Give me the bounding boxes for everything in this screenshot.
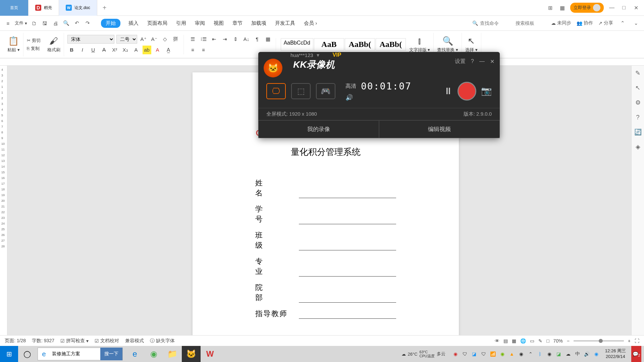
format-painter-label[interactable]: 格式刷 [47,47,60,53]
zoom-level[interactable]: 70% [553,338,563,344]
add-tab-button[interactable]: + [97,4,112,12]
font-select[interactable]: 宋体 [67,35,114,44]
italic-icon[interactable]: I [78,46,87,54]
taskbar-clock[interactable]: 12:26 周三 2022/9/14 [605,348,626,360]
tray-volume-icon[interactable]: 🔊 [584,351,590,357]
tab-document[interactable]: W论文.doc [59,0,97,16]
menu-start[interactable]: 开始 [101,19,120,28]
kk-mode-screen[interactable]: 🖵 [266,83,286,99]
cursor-icon[interactable]: ↖ [634,84,642,92]
file-menu[interactable]: 文件 ▾ [15,20,27,26]
spellcheck-toggle[interactable]: ☑ 拼写检查 ▾ [60,338,89,344]
decrease-font-icon[interactable]: A⁻ [150,35,159,44]
format-painter-icon[interactable]: 🖌 [49,36,58,46]
translate-icon[interactable]: 🔄 [634,128,642,136]
kk-help-icon[interactable]: ? [471,58,474,64]
tray-bluetooth-icon[interactable]: ᛒ [537,351,543,357]
sort-icon[interactable]: A↓ [242,35,251,44]
sync-status[interactable]: ☁ 未同步 [551,20,571,26]
menu-references[interactable]: 引用 [175,19,187,28]
missing-font[interactable]: ⓘ 缺失字体 [150,338,175,344]
increase-font-icon[interactable]: A⁺ [139,35,148,44]
weather-widget[interactable]: ☁ 26°C 63°CCPU温度 多云 [401,350,445,358]
apps-icon[interactable]: ▦ [558,4,566,12]
style-normal[interactable]: AaBbCcDd [281,38,313,51]
tray-app5-icon[interactable]: ▲ [508,351,515,357]
view-print-icon[interactable]: ▤ [503,338,508,344]
kk-pause-button[interactable]: ⏸ [443,85,453,97]
tray-app4-icon[interactable]: 🛡 [480,351,487,357]
template-search[interactable] [516,20,546,26]
tray-app3-icon[interactable]: ◪ [471,351,478,357]
menu-layout[interactable]: 页面布局 [147,19,168,28]
view-read-icon[interactable]: ▭ [530,338,534,344]
view-web-icon[interactable]: 🌐 [520,338,526,344]
kk-settings-button[interactable]: 设置 [455,58,466,65]
zoom-in-icon[interactable]: + [628,338,631,344]
menu-insert[interactable]: 插入 [128,19,139,28]
fullscreen-icon[interactable]: ⛶ [635,338,639,344]
layout-icon[interactable]: ⊞ [546,4,554,12]
pinyin-icon[interactable]: 拼 [171,35,180,44]
underline-icon[interactable]: U [89,46,98,54]
tray-nvidia-icon[interactable]: ◉ [499,351,506,357]
menu-member[interactable]: 会员 › [303,19,318,28]
template-search-input[interactable] [516,20,546,26]
compat-mode[interactable]: 兼容模式 [125,338,144,344]
collapse-up-icon[interactable]: ⌃ [619,19,627,27]
menu-developer[interactable]: 开发工具 [274,19,296,28]
bullets-icon[interactable]: ☰ [189,35,197,44]
proofread-button[interactable]: ☑ 文档校对 [95,338,119,344]
style-h1[interactable]: AaB [314,38,344,51]
size-select[interactable]: 二号 [116,35,137,44]
maximize-button[interactable]: □ [620,4,628,12]
kk-recorder-window[interactable]: 🐱 hua***123 ▾ VIP KK录像机 设置 ? — ✕ 🖵 ⬚ 🎮 高… [258,52,500,138]
zoom-slider[interactable] [574,340,624,342]
eye-icon[interactable]: 👁 [495,338,499,344]
kk-header[interactable]: 🐱 hua***123 ▾ VIP KK录像机 设置 ? — ✕ [258,52,500,71]
linespace-icon[interactable]: ⇕ [231,35,240,44]
menu-sections[interactable]: 章节 [232,19,243,28]
kk-dropdown-icon[interactable]: ▾ [317,52,319,58]
wps-icon[interactable]: W [201,346,219,362]
cortana-icon[interactable]: ◯ [18,346,36,362]
copy-button[interactable]: ⎘ 复制 [27,46,41,52]
menu-view[interactable]: 视图 [213,19,224,28]
kk-sound-icon[interactable]: 🔊 [345,94,412,101]
tray-expand-icon[interactable]: ⌃ [527,351,534,357]
login-button[interactable]: 立即登录 [570,3,604,13]
redo-icon[interactable]: ↷ [84,19,92,27]
tray-ime-icon[interactable]: 中 [574,351,581,357]
style-h2[interactable]: AaBb( [345,38,375,51]
tray-app9-icon[interactable]: ◉ [593,351,600,357]
kk-record-button[interactable] [458,82,476,101]
browser360-icon[interactable]: ◉ [144,346,163,362]
ink-icon[interactable]: ✎ [538,338,542,344]
edge-icon[interactable]: e [125,346,144,362]
view-outline-icon[interactable]: ▦ [512,338,516,344]
zoom-fit-icon[interactable]: □ [546,338,549,344]
taskbar-search[interactable]: e 搜一下 [38,348,123,360]
align-center-icon[interactable]: ≡ [199,46,208,54]
print-icon[interactable]: 🖨 [51,19,59,27]
menu-icon[interactable]: ≡ [4,19,12,27]
text-effect-icon[interactable]: A [132,46,141,54]
pen-icon[interactable]: ✎ [634,69,642,77]
close-button[interactable]: ✕ [632,4,640,12]
highlight-icon[interactable]: ab [143,46,151,54]
superscript-icon[interactable]: X² [110,46,119,54]
minimize-button[interactable]: — [608,4,616,12]
kk-quality-label[interactable]: 高清 [345,83,356,90]
sliders-icon[interactable]: ⚙ [634,99,642,107]
border-icon[interactable]: ▦ [264,35,272,44]
start-button[interactable]: ⊞ [0,346,18,362]
tray-onedrive-icon[interactable]: ☁ [565,351,572,357]
strike-icon[interactable]: A̶ [100,46,108,54]
taskbar-search-input[interactable] [50,351,100,357]
tray-app8-icon[interactable]: ◪ [555,351,562,357]
taskbar-search-button[interactable]: 搜一下 [100,348,122,360]
kk-minimize-icon[interactable]: — [479,58,485,64]
share-button[interactable]: ↗ 分享 [598,20,613,26]
style-h3[interactable]: AaBb( [376,38,406,51]
tray-app7-icon[interactable]: ◉ [546,351,553,357]
